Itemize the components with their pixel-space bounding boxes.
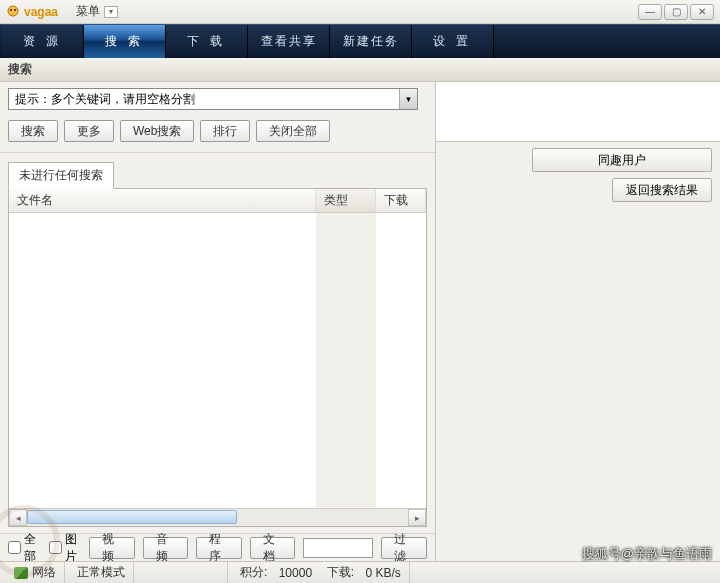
search-combo[interactable]: ▼ <box>8 88 418 110</box>
section-header: 搜索 <box>0 58 720 82</box>
scroll-thumb[interactable] <box>27 510 237 524</box>
filter-video-button[interactable]: 视频 <box>89 537 135 559</box>
status-mode: 正常模式 <box>69 562 134 583</box>
results-tab[interactable]: 未进行任何搜索 <box>8 162 114 189</box>
filter-text-input[interactable] <box>303 538 373 558</box>
filter-image[interactable]: 图片 <box>49 531 82 565</box>
nav-tab-download[interactable]: 下 载 <box>166 25 248 58</box>
menu-dropdown-icon[interactable]: ▾ <box>104 6 118 18</box>
table-header: 文件名 类型 下载 <box>9 189 426 213</box>
horizontal-scrollbar[interactable]: ◂ ▸ <box>9 508 426 526</box>
scroll-left-icon[interactable]: ◂ <box>9 509 27 526</box>
results-table: 文件名 类型 下载 ◂ ▸ <box>8 188 427 527</box>
web-search-button[interactable]: Web搜索 <box>120 120 194 142</box>
svg-point-1 <box>10 9 12 11</box>
network-icon <box>14 567 28 579</box>
close-all-button[interactable]: 关闭全部 <box>256 120 330 142</box>
minimize-button[interactable]: — <box>638 4 662 20</box>
nav-tab-newtask[interactable]: 新建任务 <box>330 25 412 58</box>
right-preview <box>436 82 720 142</box>
status-points: 积分: 10000 下载: 0 KB/s <box>232 562 410 583</box>
nav-tab-search[interactable]: 搜 索 <box>84 25 166 58</box>
search-area: ▼ 搜索 更多 Web搜索 排行 关闭全部 <box>0 82 435 153</box>
maximize-button[interactable]: ▢ <box>664 4 688 20</box>
more-button[interactable]: 更多 <box>64 120 114 142</box>
filter-program-button[interactable]: 程序 <box>196 537 242 559</box>
combo-dropdown-icon[interactable]: ▼ <box>399 89 417 109</box>
svg-point-0 <box>8 6 18 16</box>
search-input[interactable] <box>9 92 399 106</box>
svg-point-2 <box>14 9 16 11</box>
filter-audio-button[interactable]: 音频 <box>143 537 189 559</box>
main-nav: 资 源 搜 索 下 载 查看共享 新建任务 设 置 <box>0 24 720 58</box>
menu-label[interactable]: 菜单 <box>76 3 100 20</box>
search-button[interactable]: 搜索 <box>8 120 58 142</box>
filter-doc-button[interactable]: 文档 <box>250 537 296 559</box>
app-name: vagaa <box>24 5 58 19</box>
filter-apply-button[interactable]: 过滤 <box>381 537 427 559</box>
table-body <box>9 213 426 508</box>
scroll-right-icon[interactable]: ▸ <box>408 509 426 526</box>
title-bar: vagaa 菜单 ▾ — ▢ ✕ <box>0 0 720 24</box>
status-network: 网络 <box>6 562 65 583</box>
right-panel: 同趣用户 返回搜索结果 <box>436 142 720 561</box>
col-type[interactable]: 类型 <box>316 189 376 212</box>
nav-tab-settings[interactable]: 设 置 <box>412 25 494 58</box>
filter-bar: 全部 图片 视频 音频 程序 文档 过滤 <box>0 533 435 561</box>
nav-tab-resources[interactable]: 资 源 <box>2 25 84 58</box>
rank-button[interactable]: 排行 <box>200 120 250 142</box>
filter-all[interactable]: 全部 <box>8 531 41 565</box>
col-filename[interactable]: 文件名 <box>9 189 316 212</box>
status-bar: 网络 正常模式 积分: 10000 下载: 0 KB/s <box>0 561 720 583</box>
close-button[interactable]: ✕ <box>690 4 714 20</box>
back-results-button[interactable]: 返回搜索结果 <box>612 178 712 202</box>
section-title: 搜索 <box>8 61 32 78</box>
nav-tab-shared[interactable]: 查看共享 <box>248 25 330 58</box>
same-interest-button[interactable]: 同趣用户 <box>532 148 712 172</box>
col-download[interactable]: 下载 <box>376 189 426 212</box>
app-logo-icon <box>6 5 20 19</box>
